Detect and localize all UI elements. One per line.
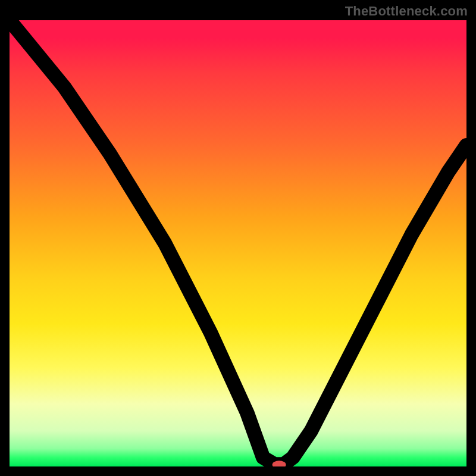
bottleneck-curve: [10, 20, 466, 464]
watermark-text: TheBottleneck.com: [345, 4, 468, 19]
plot-area: [10, 20, 466, 466]
curve-layer: [10, 20, 466, 466]
chart-frame: TheBottleneck.com: [0, 0, 476, 476]
